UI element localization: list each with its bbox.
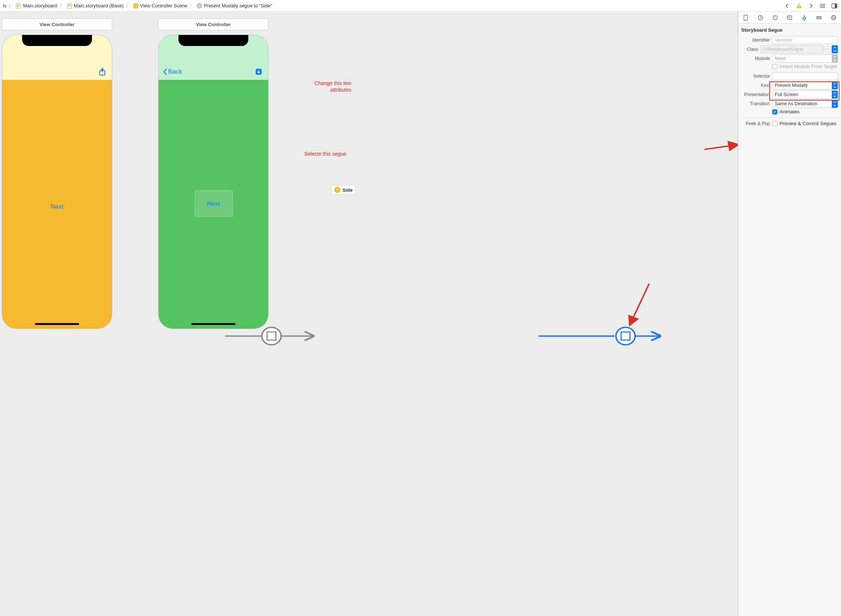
presentation-select[interactable]: Full Screen bbox=[772, 91, 838, 98]
scene-vc1[interactable]: View Controller Next bbox=[2, 18, 112, 329]
segue-icon bbox=[196, 3, 202, 9]
class-dropdown-button[interactable] bbox=[832, 45, 838, 53]
presentation-label: Presentation bbox=[741, 92, 770, 97]
transition-label: Transition bbox=[741, 101, 770, 106]
svg-rect-1 bbox=[17, 4, 20, 5]
next-button[interactable]: Next bbox=[51, 203, 64, 210]
chevron-updown-icon bbox=[832, 91, 838, 98]
outline-toggle-button[interactable] bbox=[819, 2, 826, 10]
breadcrumb-label: Present Modally segue to "Side" bbox=[204, 3, 272, 9]
class-label: Class bbox=[741, 47, 758, 52]
inspector-panel: ? Storyboard Segue Identifier Class bbox=[738, 12, 841, 616]
svg-point-21 bbox=[262, 327, 281, 345]
chevron-updown-icon bbox=[832, 100, 838, 108]
class-field[interactable] bbox=[760, 45, 823, 53]
history-inspector-tab[interactable] bbox=[756, 13, 765, 22]
back-button[interactable]: Back bbox=[163, 68, 182, 75]
inherit-module-checkbox[interactable] bbox=[772, 64, 777, 69]
phone-frame: Back Next bbox=[158, 35, 268, 329]
selector-label: Selector bbox=[741, 73, 770, 79]
peek-pop-label: Peek & Pop bbox=[741, 121, 770, 126]
module-label: Module bbox=[741, 56, 770, 61]
breadcrumb-item[interactable]: View Controller Scene bbox=[133, 3, 187, 9]
module-select[interactable]: None bbox=[772, 54, 838, 63]
inherit-module-label: Inherit Module From Target bbox=[779, 64, 837, 69]
next-button[interactable]: Next bbox=[207, 200, 220, 208]
scene-title-label: View Controller bbox=[196, 22, 231, 27]
navbar: Back bbox=[158, 64, 268, 80]
svg-rect-25 bbox=[621, 332, 630, 340]
scene-vc2[interactable]: View Controller Back bbox=[158, 18, 268, 329]
segue-node-selected bbox=[616, 327, 635, 345]
animates-checkbox[interactable] bbox=[772, 109, 777, 114]
identity-inspector-tab[interactable] bbox=[785, 13, 794, 22]
svg-rect-29 bbox=[744, 15, 747, 20]
breadcrumb-item[interactable]: Present Modally segue to "Side" bbox=[196, 3, 272, 9]
svg-rect-2 bbox=[17, 6, 20, 6]
identifier-label: Identifier bbox=[741, 38, 770, 43]
help-inspector-tab[interactable]: ? bbox=[771, 13, 779, 22]
kind-select[interactable]: Present Modally bbox=[772, 81, 838, 89]
svg-rect-22 bbox=[267, 332, 276, 340]
panel-toggle-button[interactable] bbox=[831, 2, 838, 10]
peek-pop-checkbox[interactable] bbox=[772, 121, 777, 126]
attributes-inspector-tab[interactable] bbox=[800, 13, 809, 22]
scene-icon bbox=[133, 3, 139, 9]
svg-rect-3 bbox=[17, 7, 19, 7]
section-title: Storyboard Segue bbox=[741, 26, 838, 35]
breadcrumb-sep: 〉 bbox=[126, 3, 130, 9]
home-indicator bbox=[191, 323, 236, 325]
inspector-body: Storyboard Segue Identifier Class Module… bbox=[738, 23, 841, 132]
breadcrumb-label: View Controller Scene bbox=[140, 3, 187, 9]
breadcrumb-item[interactable]: Main.storyboard (Base) bbox=[67, 3, 124, 9]
svg-point-38 bbox=[826, 48, 828, 50]
storyboard-file-icon bbox=[67, 3, 72, 9]
breadcrumb-item[interactable]: Main.storyboard bbox=[15, 3, 57, 9]
class-clear-button[interactable] bbox=[824, 46, 831, 53]
scene-title-bar[interactable]: View Controller bbox=[2, 18, 112, 30]
screen-body: Next bbox=[158, 80, 268, 329]
breadcrumb-label: Main.storyboard (Base) bbox=[74, 3, 124, 9]
svg-rect-6 bbox=[68, 6, 71, 6]
share-icon[interactable] bbox=[97, 67, 107, 77]
phone-frame: Next bbox=[2, 35, 112, 329]
navbar bbox=[2, 64, 112, 80]
canvas[interactable]: View Controller Next bbox=[0, 12, 738, 616]
peek-pop-option-label: Preview & Commit Segues bbox=[779, 121, 837, 126]
warning-icon[interactable] bbox=[796, 2, 803, 10]
presentation-value: Full Screen bbox=[775, 92, 798, 97]
svg-rect-34 bbox=[788, 16, 790, 17]
scene-title-bar[interactable]: View Controller bbox=[158, 18, 268, 30]
toolbar-right bbox=[784, 2, 838, 10]
annotation-change-attrs: Change this two attributes bbox=[313, 80, 351, 93]
download-icon[interactable] bbox=[253, 67, 264, 77]
storyboard-file-icon bbox=[15, 3, 21, 9]
workspace: View Controller Next bbox=[0, 12, 841, 616]
toolbar: ls 〉 Main.storyboard 〉 Main.storyboard (… bbox=[0, 0, 841, 12]
size-inspector-tab[interactable] bbox=[815, 13, 823, 22]
breadcrumb-item[interactable]: ls bbox=[3, 3, 6, 9]
identifier-field[interactable] bbox=[772, 36, 838, 44]
chevron-updown-icon bbox=[832, 81, 838, 89]
svg-point-19 bbox=[336, 189, 338, 191]
selector-field[interactable] bbox=[772, 72, 838, 80]
file-inspector-tab[interactable] bbox=[741, 13, 750, 22]
side-scene-badge[interactable]: Side bbox=[331, 185, 356, 195]
inspector-tabs: ? bbox=[738, 12, 841, 23]
screen-body: Next bbox=[2, 80, 112, 329]
breadcrumb-label: ls bbox=[3, 3, 6, 9]
animates-label: Animates bbox=[779, 109, 799, 114]
transition-select[interactable]: Same As Destination bbox=[772, 100, 838, 108]
notch bbox=[22, 35, 92, 46]
notch bbox=[179, 35, 248, 46]
breadcrumb-sep: 〉 bbox=[60, 3, 64, 9]
svg-rect-14 bbox=[820, 7, 825, 8]
breadcrumb-sep: 〉 bbox=[189, 3, 194, 9]
back-label: Back bbox=[168, 68, 182, 75]
scene-icon bbox=[334, 187, 340, 193]
nav-forward-button[interactable] bbox=[807, 2, 815, 10]
breadcrumb-sep: 〉 bbox=[9, 3, 13, 9]
nav-back-button[interactable] bbox=[784, 2, 791, 10]
svg-rect-11 bbox=[799, 7, 799, 8]
connections-inspector-tab[interactable] bbox=[829, 13, 838, 22]
